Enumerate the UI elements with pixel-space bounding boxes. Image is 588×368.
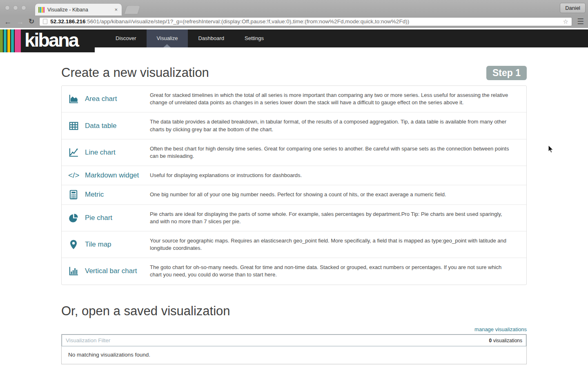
back-icon[interactable]: ← [4,18,11,25]
page-title: Create a new visualization [61,65,209,80]
navbar-links: Discover Visualize Dashboard Settings [105,29,274,47]
nav-item-settings[interactable]: Settings [234,29,274,47]
visualization-filter-input[interactable] [62,334,526,346]
tab-title: Visualize - Kibana [47,7,111,13]
browser-profile-button[interactable]: Daniel [560,3,586,13]
markdown-widget-icon: </> [68,171,79,180]
vis-type-row-metric[interactable]: Metric One big number for all of your on… [62,185,526,204]
vertical-bar-chart-icon [68,266,79,276]
vis-type-cell: </> Markdown widget [68,171,150,180]
vis-type-description: The goto chart for oh-so-many needs. Gre… [150,258,520,284]
saved-visualization-finder: 0 visualizations No matching visualizati… [61,334,527,364]
vis-type-row-markdown-widget[interactable]: </> Markdown widget Useful for displayin… [62,166,526,185]
tab-close-icon[interactable]: × [114,7,118,13]
browser-menu-icon[interactable]: ☰ [577,18,584,25]
nav-item-discover[interactable]: Discover [105,29,147,47]
vis-type-row-line-chart[interactable]: Line chart Often the best chart for high… [62,139,526,166]
vis-type-row-pie-chart[interactable]: Pie chart Pie charts are ideal for displ… [62,205,526,231]
vis-type-name: Data table [85,122,117,130]
visualization-count: 0 visualizations [488,338,522,343]
vis-type-name: Metric [85,191,104,199]
page-icon [43,19,47,24]
zoom-window-button[interactable] [21,5,26,10]
area-chart-icon [68,94,79,104]
nav-item-visualize[interactable]: Visualize [147,29,188,47]
line-chart-icon [68,147,79,158]
vis-type-description: One big number for all of your one big n… [150,185,520,204]
url-path: :5601/app/kibana#/visualize/step/1?_g=(r… [86,18,410,25]
window-controls [5,5,26,10]
vis-type-row-tile-map[interactable]: Tile map Your source for geographic maps… [62,231,526,258]
main-content: Create a new visualization Step 1 Area c… [0,65,588,364]
url-text[interactable]: 52.32.186.216:5601/app/kibana#/visualize… [50,18,560,25]
bookmark-star-icon[interactable]: ☆ [563,18,568,25]
kibana-logo[interactable]: kibana [0,29,95,52]
vis-type-description: Useful for displaying explanations or in… [150,166,520,185]
vis-type-name: Tile map [85,240,111,249]
tile-map-icon [68,239,79,250]
vis-type-row-data-table[interactable]: Data table The data table provides a det… [62,112,526,139]
open-saved-heading: Or, open a saved visualization [61,304,527,319]
vis-type-name: Markdown widget [85,171,139,180]
step-badge: Step 1 [486,66,527,80]
manage-visualizations-link[interactable]: manage visualizations [474,326,527,332]
count-label: visualizations [492,338,522,343]
pie-chart-icon [68,213,79,223]
browser-titlebar: Visualize - Kibana × Daniel [0,0,588,16]
vis-type-description: Pie charts are ideal for displaying the … [150,205,520,231]
vis-type-cell: Pie chart [68,213,150,223]
vis-type-name: Vertical bar chart [85,267,137,275]
vis-type-row-area-chart[interactable]: Area chart Great for stacked timelines i… [62,86,526,112]
kibana-logo-text: kibana [22,29,78,52]
vis-type-description: Often the best chart for high density ti… [150,139,520,166]
manage-row: manage visualizations [61,325,527,333]
vis-type-description: Great for stacked timelines in which the… [150,86,520,112]
vis-type-cell: Line chart [68,147,150,158]
vis-type-name: Area chart [85,95,117,103]
forward-icon: → [16,18,24,25]
browser-toolbar: ← → ↻ 52.32.186.216:5601/app/kibana#/vis… [0,16,588,28]
nav-item-dashboard[interactable]: Dashboard [188,29,234,47]
new-tab-button[interactable] [125,6,140,14]
close-window-button[interactable] [5,5,10,10]
vis-type-cell: Vertical bar chart [68,266,150,276]
vis-type-description: The data table provides a detailed break… [150,112,520,139]
vis-type-name: Pie chart [85,214,112,222]
minimize-window-button[interactable] [13,5,18,10]
vis-type-cell: Data table [68,121,150,131]
vis-type-row-vertical-bar-chart[interactable]: Vertical bar chart The goto chart for oh… [62,258,526,284]
no-results-message: No matching visualizations found. [62,346,526,364]
vis-type-cell: Area chart [68,94,150,104]
url-host: 52.32.186.216 [50,18,85,25]
kibana-stripes-icon [0,29,22,52]
kibana-navbar: kibana Discover Visualize Dashboard Sett… [0,29,588,47]
data-table-icon [68,121,79,131]
vis-type-description: Your source for geographic maps. Require… [150,231,520,258]
visualization-type-list: Area chart Great for stacked timelines i… [61,85,527,285]
metric-icon [68,189,79,200]
kibana-favicon-icon [38,7,45,13]
create-visualization-heading: Create a new visualization Step 1 [61,65,527,80]
url-bar[interactable]: 52.32.186.216:5601/app/kibana#/visualize… [39,17,572,26]
browser-tab[interactable]: Visualize - Kibana × [35,4,122,16]
vis-type-name: Line chart [85,148,116,157]
finder-filter-row: 0 visualizations [62,334,526,346]
vis-type-cell: Tile map [68,239,150,250]
reload-icon[interactable]: ↻ [29,17,34,26]
vis-type-cell: Metric [68,189,150,200]
